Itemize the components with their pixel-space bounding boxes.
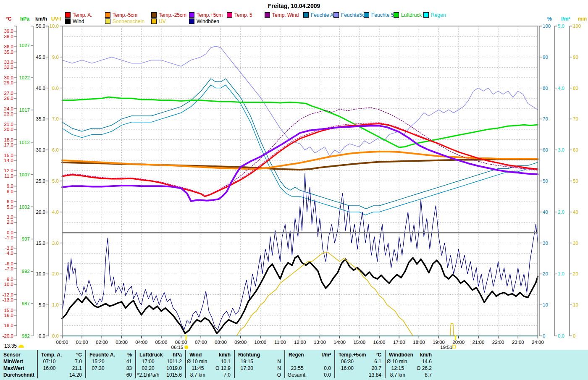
table-col-header: Regen bbox=[285, 351, 311, 358]
svg-text:2.0: 2.0 bbox=[7, 220, 13, 225]
svg-text:36.0: 36.0 bbox=[4, 44, 13, 49]
table-cell: 23:55 bbox=[285, 365, 309, 372]
axis-temp-c: 39.038.036.035.033.032.030.029.027.026.0… bbox=[3, 26, 17, 338]
svg-text:19:00: 19:00 bbox=[433, 340, 445, 345]
svg-text:40.0: 40.0 bbox=[36, 86, 45, 91]
svg-text:2.0: 2.0 bbox=[52, 271, 59, 276]
svg-text:5.0: 5.0 bbox=[7, 204, 13, 210]
table-cell: 17:20 bbox=[235, 365, 259, 372]
svg-text:15:00: 15:00 bbox=[353, 340, 365, 345]
table-cell: 07:30 bbox=[86, 365, 110, 372]
svg-text:18:00: 18:00 bbox=[413, 340, 425, 345]
table-cell: 15:20 bbox=[86, 358, 110, 365]
axis-uv: 10.09.08.07.06.05.04.03.02.01.00.0 bbox=[50, 24, 62, 338]
svg-text:-3.0: -3.0 bbox=[5, 246, 13, 251]
svg-text:5.0: 5.0 bbox=[39, 302, 45, 307]
svg-text:992: 992 bbox=[22, 269, 30, 274]
table-cell: 06:30 bbox=[335, 358, 360, 365]
svg-text:38.0: 38.0 bbox=[4, 34, 13, 39]
svg-text:50: 50 bbox=[573, 178, 578, 183]
svg-text:02:00: 02:00 bbox=[96, 340, 108, 345]
table-cell: 7.0 bbox=[61, 358, 85, 365]
axis-lm2: 5.04.03.02.01.00.0 bbox=[554, 24, 564, 338]
svg-text:11.0: 11.0 bbox=[4, 173, 13, 178]
svg-text:22:00: 22:00 bbox=[492, 340, 504, 345]
table-cell: 16:00 bbox=[335, 365, 360, 372]
table-cell: 6.1 bbox=[360, 358, 385, 365]
x-axis: 00:0001:0002:0003:0004:0005:0006:0007:00… bbox=[56, 336, 544, 345]
table-cell bbox=[86, 372, 110, 378]
svg-text:-12.0: -12.0 bbox=[3, 292, 13, 297]
svg-text:5.0: 5.0 bbox=[52, 178, 59, 183]
table-cell bbox=[38, 372, 61, 378]
svg-text:-13.0: -13.0 bbox=[3, 297, 13, 302]
table-col-header: Windböen bbox=[386, 351, 413, 358]
table-col-unit: hPa bbox=[163, 351, 185, 358]
sun-icon bbox=[18, 345, 24, 348]
table-cell: N bbox=[259, 365, 284, 372]
table-cell: 8.7 bbox=[410, 372, 435, 378]
svg-text:1002: 1002 bbox=[19, 204, 30, 210]
feuchte5cm-line bbox=[62, 46, 538, 156]
svg-text:12.0: 12.0 bbox=[4, 168, 13, 173]
table-cell: 14.20 bbox=[61, 372, 85, 378]
table-col-unit: °C bbox=[366, 351, 385, 358]
table-col-header: Feuchte A. bbox=[86, 351, 115, 358]
svg-text:17:00: 17:00 bbox=[393, 340, 405, 345]
svg-text:33.0: 33.0 bbox=[4, 60, 13, 65]
svg-text:16:00: 16:00 bbox=[373, 340, 386, 345]
svg-text:00:00: 00:00 bbox=[56, 340, 68, 345]
svg-text:06:15: 06:15 bbox=[171, 345, 184, 350]
table-cell: 17:00 bbox=[136, 358, 160, 365]
table-cell: 0.0 bbox=[309, 372, 334, 378]
axis-min: 1009080706050403020100 bbox=[570, 24, 581, 338]
svg-text:2.0: 2.0 bbox=[558, 210, 564, 215]
svg-text:9.0: 9.0 bbox=[52, 55, 59, 60]
table-cell bbox=[335, 372, 360, 378]
svg-text:12:00: 12:00 bbox=[294, 340, 306, 345]
svg-text:100: 100 bbox=[543, 24, 551, 29]
table-cell: 13.84 bbox=[360, 372, 385, 378]
svg-text:90: 90 bbox=[543, 55, 548, 60]
weather-chart-window: Freitag, 10.04.2009 Temp. A.Temp.-5cmTem… bbox=[0, 0, 588, 380]
table-cell: 20.7 bbox=[360, 365, 385, 372]
svg-text:100: 100 bbox=[573, 24, 581, 29]
table-cell bbox=[235, 372, 259, 378]
svg-text:7.0: 7.0 bbox=[52, 116, 59, 121]
svg-text:6.0: 6.0 bbox=[52, 147, 59, 152]
svg-text:8.0: 8.0 bbox=[52, 86, 59, 91]
svg-text:8.0: 8.0 bbox=[7, 189, 13, 194]
svg-text:60: 60 bbox=[573, 147, 578, 152]
table-cell: 1011.2 bbox=[160, 358, 185, 365]
axis-kmh: 50.045.040.035.030.025.020.015.010.05.00… bbox=[36, 24, 49, 338]
sonnenschein-line bbox=[236, 252, 538, 336]
svg-text:1007: 1007 bbox=[19, 172, 30, 177]
svg-text:10.0: 10.0 bbox=[50, 24, 59, 29]
day-length: 13:35 bbox=[4, 343, 24, 349]
svg-text:60: 60 bbox=[543, 147, 548, 152]
table-row-label: Durchschnitt bbox=[0, 372, 37, 378]
table-col-temp-a-: Temp. A.°C07:107.016:0021.114.20 bbox=[37, 350, 85, 378]
feuchte-5-line bbox=[62, 85, 538, 215]
svg-text:30.0: 30.0 bbox=[4, 75, 13, 80]
table-cell: O bbox=[259, 372, 284, 378]
table-cell: O 12.9 bbox=[210, 365, 234, 372]
table-col-wind: Windkm/hØ 10 min.10.111:45O 12.98,7 km7.… bbox=[185, 350, 234, 378]
svg-text:35.0: 35.0 bbox=[4, 50, 13, 55]
svg-text:0.0: 0.0 bbox=[39, 333, 45, 338]
table-cell: Ø 10 min. bbox=[386, 358, 410, 365]
svg-text:-9.0: -9.0 bbox=[5, 277, 13, 282]
table-cell: ^2.1hPa/h bbox=[136, 372, 160, 378]
svg-text:23.0: 23.0 bbox=[4, 111, 13, 116]
svg-text:3.0: 3.0 bbox=[52, 241, 59, 246]
svg-text:13:00: 13:00 bbox=[314, 340, 326, 345]
svg-text:4.0: 4.0 bbox=[558, 86, 564, 91]
table-cell bbox=[285, 358, 309, 365]
table-cell: 12:15 bbox=[386, 365, 410, 372]
svg-text:50.0: 50.0 bbox=[36, 24, 45, 29]
table-row-label: Sensor bbox=[0, 351, 37, 358]
table-col-header: Richtung bbox=[235, 351, 260, 358]
svg-text:20: 20 bbox=[573, 271, 578, 276]
svg-text:23:00: 23:00 bbox=[512, 340, 524, 345]
svg-text:1027: 1027 bbox=[19, 43, 30, 48]
